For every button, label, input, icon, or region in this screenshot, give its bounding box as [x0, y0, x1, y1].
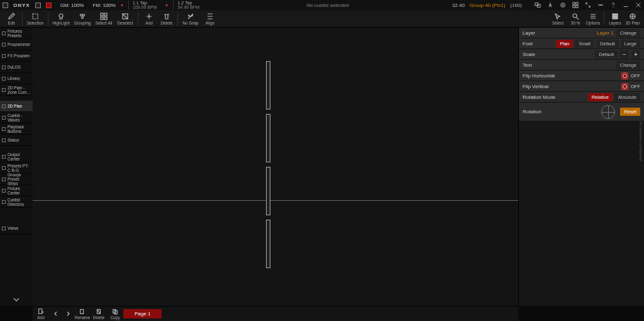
- scale-label: Scale: [523, 52, 592, 57]
- grid-icon[interactable]: [572, 2, 579, 8]
- svg-rect-5: [576, 3, 578, 4]
- settings-icon[interactable]: [560, 2, 566, 8]
- delete-tool[interactable]: Delete: [158, 11, 175, 27]
- sidebar-item-groups-preset-strips[interactable]: Groups Preset Strips: [0, 174, 33, 185]
- sidebar-item-fx-program[interactable]: FX Program: [0, 50, 33, 62]
- sidebar-item-label: Status: [8, 138, 19, 142]
- minimize-icon[interactable]: [623, 2, 629, 8]
- sidebar-item-2d-plan-zone-com[interactable]: 2D Plan - Zone Com...: [0, 84, 33, 96]
- highlight-tool[interactable]: HighLight: [50, 11, 72, 27]
- font-option-default[interactable]: Default: [596, 40, 619, 48]
- view-icon: [2, 227, 6, 230]
- workspace-icon[interactable]: [35, 3, 41, 8]
- selection-tool[interactable]: Selection: [25, 11, 46, 27]
- record-icon[interactable]: [46, 3, 52, 8]
- sidebar-item-fixtures-presets[interactable]: Fixtures Presets: [0, 28, 33, 39]
- sidebar-item-label: Presets PT-C B-G: [8, 164, 31, 172]
- window-controls: [535, 2, 641, 8]
- screens-icon[interactable]: [535, 2, 541, 8]
- sidebar-item-cuelist-directory[interactable]: Cuelist Directory: [0, 196, 33, 208]
- page-tab-1[interactable]: Page 1: [123, 309, 162, 318]
- tap1-marker-icon: ▾: [121, 3, 123, 8]
- rotation-reset-button[interactable]: Reset: [620, 108, 640, 116]
- sidebar-collapse[interactable]: [0, 293, 33, 306]
- svg-rect-17: [101, 13, 103, 16]
- font-label: Font: [523, 41, 553, 47]
- no-snap-tool[interactable]: No Snap: [180, 11, 201, 27]
- tap-2-value: 54.99 BPM: [177, 5, 199, 9]
- page-next-button[interactable]: [62, 311, 74, 317]
- tap-1[interactable]: 1.1 Tap 109.99 BPM: [128, 1, 161, 9]
- sidebar-item-label: FX Program: [8, 54, 30, 58]
- sidebar-item-playback-buttons[interactable]: Playback Buttons: [0, 123, 33, 135]
- page-copy-button[interactable]: Copy: [107, 307, 123, 321]
- help-icon[interactable]: [610, 2, 616, 8]
- app-icon: [3, 3, 8, 8]
- sidebar-item-dylos[interactable]: DyLOS: [0, 62, 33, 73]
- sidebar-item-status[interactable]: Status: [0, 135, 33, 146]
- layers-tool[interactable]: Layers: [606, 11, 624, 27]
- flip-v-toggle[interactable]: [621, 83, 628, 90]
- more-icon[interactable]: [597, 2, 604, 8]
- select-mode-tool[interactable]: Select: [549, 11, 567, 27]
- sidebar-item-views[interactable]: Views: [0, 223, 33, 234]
- layer-change-button[interactable]: Change: [616, 29, 640, 37]
- expand-icon[interactable]: [585, 2, 591, 8]
- rotation-row: Rotation Reset: [519, 103, 644, 121]
- sidebar-item-label: DyLOS: [8, 65, 21, 69]
- scale-plus-button[interactable]: +: [631, 50, 640, 59]
- scale-default-button[interactable]: Default: [595, 50, 618, 59]
- font-option-small[interactable]: Small: [575, 40, 594, 48]
- grouping-tool[interactable]: Grouping: [72, 11, 93, 27]
- flip-h-row: Flip Horizontal OFF: [519, 70, 644, 81]
- svg-rect-6: [573, 6, 575, 8]
- tap-2[interactable]: 1.2 Tap 54.99 BPM: [173, 1, 203, 9]
- plan2d-tool[interactable]: 2D Plan: [624, 11, 641, 27]
- sidebar-separator: [0, 213, 33, 218]
- scale-minus-button[interactable]: −: [620, 50, 629, 59]
- rotmode-option-relative[interactable]: Relative: [588, 93, 613, 101]
- close-icon[interactable]: [635, 2, 641, 8]
- svg-rect-27: [39, 308, 42, 313]
- view-icon: [2, 104, 6, 108]
- zoom-tool[interactable]: 30 %: [567, 11, 584, 27]
- deselect-tool[interactable]: Deselect: [114, 11, 136, 27]
- add-tool[interactable]: Add: [140, 11, 158, 27]
- selected-fixture-strip[interactable]: [266, 61, 270, 273]
- plan-canvas[interactable]: [33, 28, 518, 306]
- options-tool[interactable]: Options: [584, 11, 602, 27]
- view-icon: [2, 65, 6, 69]
- sidebar-separator: [0, 208, 33, 213]
- sidebar-item-fixture-center[interactable]: Fixture Center: [0, 185, 33, 196]
- flip-h-label: Flip Horizontal: [523, 73, 619, 79]
- sidebar-item-output-center[interactable]: Output Center: [0, 151, 33, 162]
- svg-point-9: [600, 4, 601, 5]
- sidebar-item-label: Playback Buttons: [8, 125, 31, 133]
- font-option-large[interactable]: Large: [621, 40, 640, 48]
- sidebar-item-label: Fixture Center: [8, 186, 31, 195]
- select-all-tool[interactable]: Select All: [93, 11, 114, 27]
- page-delete-button[interactable]: Delete: [91, 307, 107, 321]
- sidebar-item-cuelist-values[interactable]: Cuelist - Values: [0, 112, 33, 123]
- axis-x: [33, 200, 518, 201]
- align-tool[interactable]: Align: [201, 11, 219, 27]
- page-add-button[interactable]: Add: [33, 307, 49, 321]
- edit-tool[interactable]: Edit: [3, 11, 20, 27]
- page-rename-button[interactable]: Rename: [74, 307, 91, 321]
- sidebar-item-2d-plan[interactable]: 2D Plan: [0, 101, 33, 112]
- flip-h-toggle[interactable]: [621, 72, 628, 79]
- pin-icon[interactable]: [547, 2, 553, 8]
- rotmode-option-absolute[interactable]: Absolute: [614, 93, 640, 101]
- sidebar-item-library[interactable]: Library: [0, 73, 33, 84]
- sidebar-item-programmer[interactable]: Programmer: [0, 39, 33, 50]
- rotation-dial[interactable]: [601, 105, 615, 119]
- sidebar-item-label: Groups Preset Strips: [8, 172, 31, 186]
- sidebar-item-label: Output Center: [8, 152, 31, 161]
- sidebar-item-label: Programmer: [8, 42, 30, 47]
- main-toolbar: Edit Selection HighLight Grouping Select…: [0, 10, 644, 28]
- page-prev-button[interactable]: [49, 311, 62, 317]
- text-row: Text Change: [519, 60, 644, 70]
- font-option-plan[interactable]: Plan: [556, 40, 573, 48]
- text-change-button[interactable]: Change: [616, 61, 640, 69]
- highlight-label: HighLight: [52, 21, 69, 25]
